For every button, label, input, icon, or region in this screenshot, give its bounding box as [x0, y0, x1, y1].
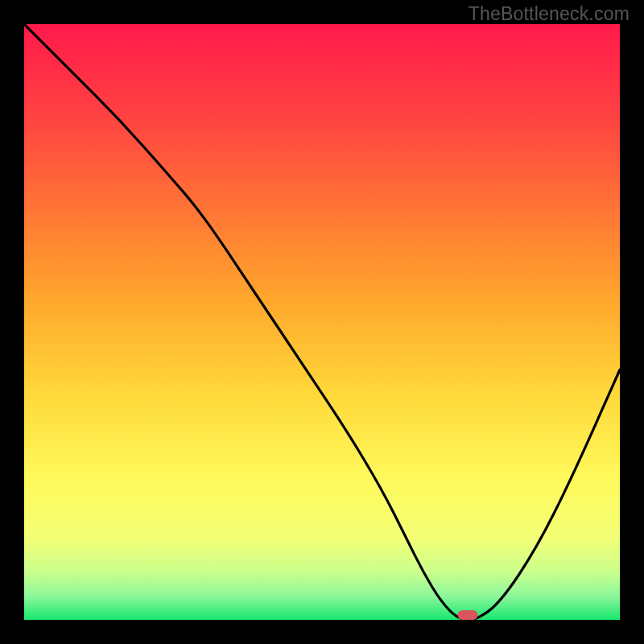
chart-root: TheBottleneck.com — [0, 0, 644, 644]
optimal-marker — [458, 610, 478, 620]
bottleneck-curve-path — [24, 24, 620, 620]
plot-area — [24, 24, 620, 620]
curve-layer — [24, 24, 620, 620]
watermark-text: TheBottleneck.com — [469, 3, 630, 25]
